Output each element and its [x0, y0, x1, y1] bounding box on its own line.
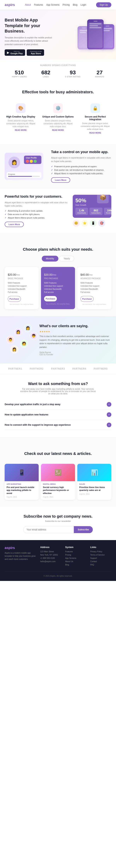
nav-features[interactable]: Features: [34, 3, 43, 6]
partner-4: PARTNER4: [72, 367, 86, 370]
avatar-5: 👩: [10, 345, 18, 353]
nav-app-screens[interactable]: App Screens: [46, 3, 60, 6]
faq-item-2[interactable]: How to connect with the support to impro…: [5, 420, 111, 430]
pricing-section: Choose plans which suits your needs. Mon…: [0, 233, 116, 316]
toggle-yearly[interactable]: Yearly: [59, 256, 74, 261]
feature-pro-3: Full access: [44, 291, 72, 293]
faq-arrow-1[interactable]: +: [107, 412, 111, 417]
feature-basic-1: Unlimited free support: [8, 285, 36, 287]
footer-item-2-4[interactable]: FAQ: [90, 564, 111, 566]
card-dots: [26, 160, 39, 163]
price-basic: $20.00/mo: [8, 271, 36, 277]
nav-blog[interactable]: Blog: [73, 3, 78, 6]
faq-section: Want to ask something from us? Far and a…: [0, 374, 116, 437]
footer-col-title-1: System: [65, 546, 86, 549]
plan-name-advanced: ADVANCED PACKAGE: [80, 277, 108, 280]
hero-text: Best Mobile App Template for your Busine…: [5, 18, 55, 60]
blog-card-0[interactable]: 📱 APP MARKETING Pre and post launch mobi…: [5, 464, 39, 500]
testimonial-text: What's our clients are saying. ★★★★★ Thi…: [39, 324, 111, 355]
feature-title-2: Secure and Perfect Integration: [79, 115, 111, 121]
profile-card: User Profile: [24, 156, 41, 164]
footer-item-2-1[interactable]: Terms of Service: [90, 554, 111, 556]
purchase-pro-button[interactable]: Purchase: [44, 296, 57, 301]
dot-yellow: [30, 160, 33, 163]
purchase-basic-button[interactable]: Purchase: [8, 296, 21, 302]
blog-image-1: 💹: [41, 464, 75, 481]
blog-title-1: Social currency high performance keyword…: [43, 486, 73, 495]
footer-description: Aspirs is a modern mobile app template t…: [5, 552, 36, 561]
powerful-check-2: Aliquet libero Altera ipsum nulla pariat…: [5, 217, 69, 219]
progress-fill: [8, 176, 32, 177]
newsletter-submit-button[interactable]: Subscribe: [74, 526, 93, 533]
signup-button[interactable]: Sign Up: [96, 2, 111, 7]
icon-row: 😊 ⭐ 📱 🎯: [73, 220, 111, 227]
control-learn-more-button[interactable]: Learn More: [51, 177, 70, 183]
read-more-2[interactable]: READ MORE: [79, 132, 111, 134]
toggle-monthly[interactable]: Monthly: [42, 256, 59, 261]
newsletter-email-input[interactable]: [23, 526, 74, 533]
blog-img-icon-1: 💹: [41, 464, 75, 481]
blog-card-1[interactable]: 💹 DIGITAL MEDIA Social currency high per…: [41, 464, 75, 500]
footer-grid: aspirs Aspirs is a modern mobile app tem…: [5, 546, 111, 567]
footer-item-1-0[interactable]: Features: [65, 551, 86, 553]
blog-section: Check out our latest news & articles. 📱 …: [0, 437, 116, 507]
feature-desc-0: Donec placerat congue metus, consectetur…: [5, 119, 37, 128]
widget-stat-value-3: 24k: [106, 209, 113, 212]
feature-pro-1: Unlimited free support: [44, 285, 72, 287]
progress-track: [8, 176, 40, 177]
footer-logo[interactable]: aspirs: [5, 546, 36, 550]
partners-section: PARTNER1 PARTNER2 PARTNER3 PARTNER4 PART…: [0, 363, 116, 374]
stat-rating: 93 5 STAR RATING: [65, 69, 81, 78]
nav-about[interactable]: About: [25, 3, 31, 6]
app-store-button[interactable]: Download on the App Store: [27, 49, 44, 56]
blog-cards: 📱 APP MARKETING Pre and post launch mobi…: [5, 464, 111, 500]
pricing-card-pro: $30.00/mo PRO PACKAGE 5000 Features Unli…: [41, 267, 75, 309]
dot-red: [26, 160, 29, 163]
blog-title-block: Check out our latest news & articles.: [5, 444, 111, 460]
copyright: © 2021 Aspirs. All rights reserved.: [43, 575, 73, 577]
google-play-button[interactable]: ▶ Get it on Google Play: [5, 49, 25, 56]
blog-card-2[interactable]: 📊 SALES Prioritize these line items quar…: [77, 464, 111, 500]
footer-item-1-4[interactable]: Blog: [65, 564, 86, 566]
control-text: Take a control on your mobile app. Aliqu…: [51, 150, 111, 183]
read-more-1[interactable]: READ MORE: [42, 129, 74, 131]
progress-bar-container: Progress: [7, 172, 41, 178]
avatar-cluster: 👩 👨 👩 🧑 👩 👦: [5, 324, 36, 355]
blog-content-2: SALES Prioritize these line items quarte…: [77, 481, 111, 497]
blog-image-2: 📊: [77, 464, 111, 481]
stat-awards: 27 AWARDS: [95, 69, 104, 78]
footer-item-2-3[interactable]: Contact: [90, 560, 111, 562]
control-checklist: Praesent id proin gravida phasellus et s…: [51, 165, 111, 175]
footer-item-1-2[interactable]: App Screens: [65, 557, 86, 559]
newsletter-section: Subscribe now to get company news. Subsc…: [0, 507, 116, 540]
footer-item-2-0[interactable]: Privacy Policy: [90, 551, 111, 553]
security-icon: 🔒: [90, 103, 100, 113]
footer-list-2: Privacy Policy Terms of Service Support …: [90, 551, 111, 566]
powerful-learn-more-button[interactable]: Learn More: [5, 222, 24, 227]
footer-item-1-1[interactable]: Pricing: [65, 554, 86, 556]
read-more-0[interactable]: READ MORE: [5, 129, 37, 131]
faq-description: Far and away your best mobile app market…: [19, 388, 97, 395]
google-play-icon: ▶: [7, 51, 9, 54]
purchase-advanced-button[interactable]: Purchase: [80, 296, 93, 302]
feature-advanced-2: Unlimited Bandwidth: [80, 288, 108, 290]
widget-stat-1: 1.4k Downloads: [75, 208, 88, 215]
feature-advanced-1: Unlimited free support: [80, 285, 108, 287]
nav-pricing[interactable]: Pricing: [63, 3, 70, 6]
footer-item-1-3[interactable]: About Us: [65, 560, 86, 562]
blog-meta-2: Aug 04, 2021: [79, 493, 109, 495]
footer-item-2-2[interactable]: Support: [90, 557, 111, 559]
faq-arrow-2[interactable]: +: [107, 423, 111, 427]
pricing-toggle: Monthly Yearly: [5, 256, 111, 261]
newsletter-description: Subscribe to our newsletter: [5, 520, 111, 522]
app-store-text: Download on the App Store: [30, 51, 42, 55]
nav-login[interactable]: Login: [81, 3, 86, 6]
faq-item-0[interactable]: Develop your application traffic in just…: [5, 399, 111, 410]
footer-item-0-2: +1 800 555 0100: [40, 557, 61, 559]
faq-arrow-0[interactable]: +: [107, 402, 111, 407]
avatar-1: 👩: [14, 328, 22, 336]
footer-col-links: Links Privacy Policy Terms of Service Su…: [90, 546, 111, 567]
footer-list-0: 123 Main Street New York, NY 10001 +1 80…: [40, 551, 61, 562]
faq-item-1[interactable]: How to update application new features +: [5, 410, 111, 420]
logo[interactable]: aspirs: [5, 3, 15, 7]
